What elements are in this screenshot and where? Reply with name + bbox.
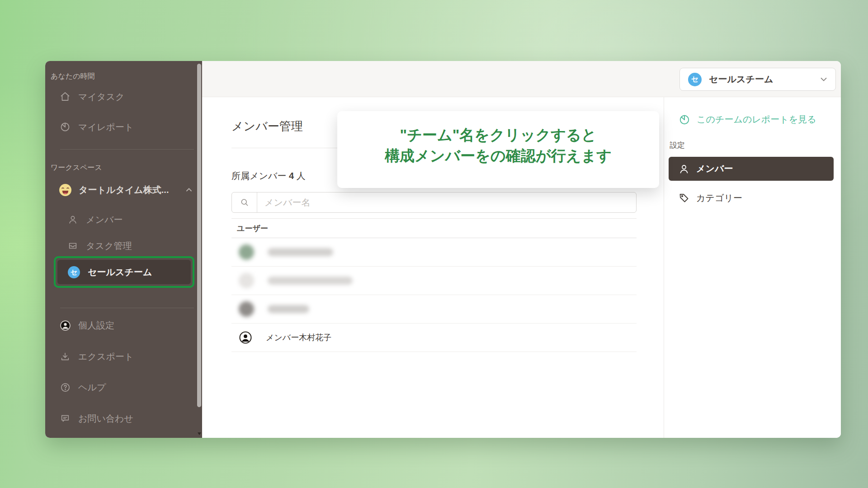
sidebar-item-sales-team[interactable]: セ セールスチーム bbox=[57, 260, 191, 284]
home-icon bbox=[59, 91, 71, 102]
pie-chart-icon bbox=[679, 114, 690, 126]
workspace-emoji-avatar bbox=[59, 184, 71, 196]
section-workspace-label: ワークスペース bbox=[51, 163, 102, 173]
avatar bbox=[239, 301, 254, 317]
sidebar-item-workspace[interactable]: タートルタイム株式... bbox=[45, 180, 195, 200]
blurred-member-name bbox=[268, 305, 309, 313]
sidebar-item-label: 個人設定 bbox=[78, 319, 114, 332]
chat-bubble-icon bbox=[59, 413, 71, 423]
section-your-time-label: あなたの時間 bbox=[51, 72, 95, 81]
sidebar-item-my-tasks[interactable]: マイタスク bbox=[45, 87, 195, 107]
sidebar-item-personal-settings[interactable]: 個人設定 bbox=[45, 315, 195, 335]
view-team-report-link[interactable]: このチームのレポートを見る bbox=[669, 113, 834, 126]
report-link-label: このチームのレポートを見る bbox=[697, 113, 816, 126]
person-icon bbox=[67, 215, 79, 225]
sidebar-item-label: セールスチーム bbox=[88, 266, 152, 278]
member-count-number: 4 bbox=[289, 171, 294, 181]
user-circle-icon bbox=[59, 320, 71, 331]
app-window: あなたの時間 マイタスク マイレポート ワークスペース タートルタイム株式... bbox=[45, 61, 841, 438]
avatar bbox=[239, 273, 254, 288]
settings-item-categories[interactable]: カテゴリー bbox=[669, 188, 834, 208]
sidebar-item-task-management[interactable]: タスク管理 bbox=[45, 236, 195, 256]
sidebar-item-help[interactable]: ヘルプ bbox=[45, 377, 195, 397]
scrollbar-down-arrow-icon[interactable] bbox=[198, 432, 201, 435]
tutorial-highlight-border: セ セールスチーム bbox=[54, 256, 194, 288]
tutorial-callout: "チーム"名をクリックすると 構成メンバーをの確認が行えます bbox=[337, 111, 659, 188]
chevron-up-icon[interactable] bbox=[186, 188, 192, 192]
team-settings-panel: このチームのレポートを見る 設定 メンバー カテゴリー bbox=[664, 97, 841, 438]
sidebar-item-label: タスク管理 bbox=[86, 240, 132, 252]
sidebar-item-label: マイレポート bbox=[78, 121, 133, 133]
search-icon bbox=[232, 192, 257, 212]
table-row-blurred[interactable] bbox=[231, 295, 637, 324]
team-avatar-icon: セ bbox=[68, 266, 80, 278]
table-row-member[interactable]: メンバー木村花子 bbox=[231, 324, 637, 352]
sidebar-item-my-reports[interactable]: マイレポート bbox=[45, 117, 195, 137]
avatar bbox=[239, 244, 254, 260]
member-search-box bbox=[231, 192, 637, 213]
sidebar-divider bbox=[60, 149, 194, 150]
inbox-icon bbox=[67, 241, 79, 251]
table-header-user: ユーザー bbox=[231, 218, 637, 238]
blurred-member-name bbox=[268, 277, 353, 285]
callout-line1: "チーム"名をクリックすると bbox=[400, 125, 596, 145]
callout-line2: 構成メンバーをの確認が行えます bbox=[385, 145, 612, 166]
team-selector-dropdown[interactable]: セ セールスチーム bbox=[679, 68, 836, 91]
help-icon bbox=[59, 382, 71, 393]
team-selector-label: セールスチーム bbox=[709, 73, 813, 85]
sidebar-item-members[interactable]: メンバー bbox=[45, 210, 195, 230]
member-name: メンバー木村花子 bbox=[266, 332, 331, 343]
workspace-name: タートルタイム株式... bbox=[79, 184, 169, 196]
tag-icon bbox=[679, 192, 689, 203]
sidebar-divider bbox=[60, 308, 194, 308]
sidebar-item-label: メンバー bbox=[86, 214, 123, 226]
person-icon bbox=[679, 164, 689, 174]
members-table: ユーザー メンバー木村花子 bbox=[231, 218, 637, 352]
sidebar-item-label: マイタスク bbox=[78, 91, 124, 103]
table-row-blurred[interactable] bbox=[231, 267, 637, 295]
blurred-member-name bbox=[268, 248, 333, 256]
chevron-down-icon bbox=[820, 77, 827, 82]
scrollbar-thumb[interactable] bbox=[197, 64, 201, 407]
settings-item-label: カテゴリー bbox=[696, 192, 742, 204]
pie-chart-icon bbox=[59, 122, 71, 132]
settings-item-members[interactable]: メンバー bbox=[669, 157, 834, 181]
download-icon bbox=[59, 352, 71, 361]
settings-item-label: メンバー bbox=[696, 163, 733, 175]
user-circle-icon bbox=[239, 331, 252, 344]
sidebar-item-label: お問い合わせ bbox=[78, 413, 133, 425]
sidebar-item-label: エクスポート bbox=[78, 351, 133, 363]
settings-section-label: 設定 bbox=[670, 140, 834, 150]
top-bar: セ セールスチーム bbox=[202, 61, 841, 97]
sidebar-item-contact[interactable]: お問い合わせ bbox=[45, 408, 195, 428]
member-search-input[interactable] bbox=[257, 192, 636, 212]
sidebar-scrollbar[interactable] bbox=[197, 63, 202, 436]
team-avatar-icon: セ bbox=[688, 73, 702, 86]
sidebar: あなたの時間 マイタスク マイレポート ワークスペース タートルタイム株式... bbox=[45, 61, 202, 438]
sidebar-item-label: ヘルプ bbox=[78, 381, 106, 394]
sidebar-item-export[interactable]: エクスポート bbox=[45, 347, 195, 366]
table-row-blurred[interactable] bbox=[231, 238, 637, 267]
